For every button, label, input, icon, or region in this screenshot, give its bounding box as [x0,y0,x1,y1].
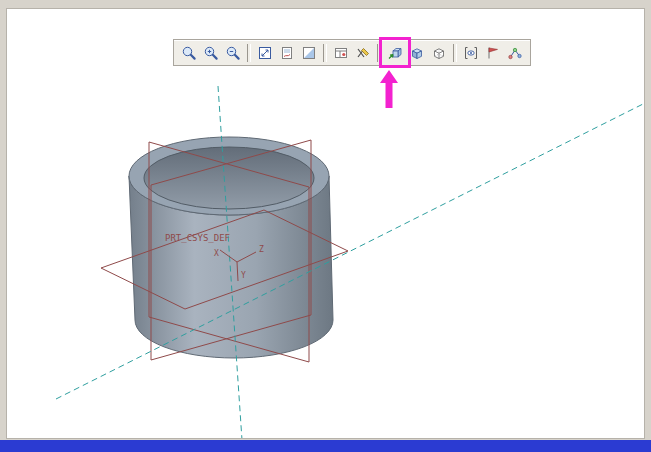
wireframe-cube-icon [431,45,447,61]
csys-axis-x-label: X [214,249,219,258]
saved-views-icon [333,45,349,61]
csys-label: PRT_CSYS_DEF [165,233,230,243]
csys-axis-y-label: Y [241,271,246,280]
toolbar-separator [453,44,457,62]
reorient-view-button[interactable] [384,42,406,63]
shade-square-icon [301,45,317,61]
model-scene: PRT_CSYS_DEF X Z Y [7,9,644,438]
model-connections-button[interactable] [504,42,526,63]
zoom-in-button[interactable] [200,42,222,63]
flag-icon [485,45,501,61]
saved-views-button[interactable] [330,42,352,63]
toolbar-separator [323,44,327,62]
shade-button[interactable] [298,42,320,63]
zoom-out-button[interactable] [222,42,244,63]
component-display-button[interactable] [460,42,482,63]
annotation-arrow-icon [380,70,398,108]
magnifier-icon [181,45,197,61]
status-bar [0,440,651,452]
refit-arrows-icon [257,45,273,61]
toolbar-separator [247,44,251,62]
display-style-shaded-button[interactable] [406,42,428,63]
view-toolbar [173,39,531,66]
reorient-cube-arrow-icon [387,45,403,61]
display-style-wireframe-button[interactable] [428,42,450,63]
shaded-cube-icon [409,45,425,61]
datum-display-button[interactable] [352,42,374,63]
view-manager-button[interactable] [482,42,504,63]
refit-button[interactable] [254,42,276,63]
datum-pencil-icon [355,45,371,61]
zoom-region-button[interactable] [178,42,200,63]
linked-nodes-icon [507,45,523,61]
brackets-eye-icon [463,45,479,61]
magnifier-minus-icon [225,45,241,61]
csys-axis-z-label: Z [259,245,264,254]
graphics-area[interactable]: PRT_CSYS_DEF X Z Y [6,8,645,439]
magnifier-plus-icon [203,45,219,61]
repaint-page-icon [279,45,295,61]
repaint-button[interactable] [276,42,298,63]
toolbar-separator [377,44,381,62]
application-window: PRT_CSYS_DEF X Z Y [0,0,651,452]
